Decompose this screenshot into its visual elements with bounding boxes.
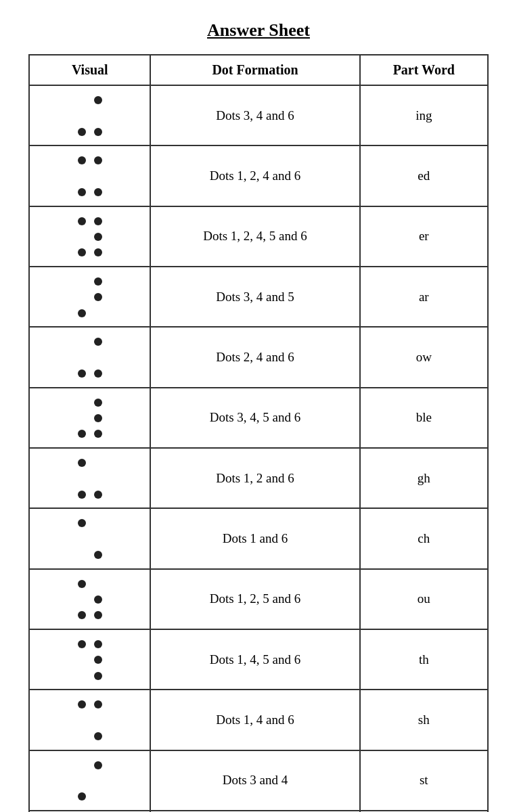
visual-cell [29,750,150,811]
part-word-cell: ou [360,569,488,629]
visual-cell [29,85,150,145]
page-title: Answer Sheet [207,20,310,41]
part-word-cell: ow [360,327,488,387]
visual-cell [29,327,150,387]
visual-cell [29,145,150,206]
part-word-cell: st [360,750,488,811]
visual-cell [29,448,150,508]
part-word-cell: gh [360,448,488,508]
visual-cell [29,629,150,690]
braille-visual [75,759,105,803]
dot-formation-cell: Dots 3, 4 and 6 [150,85,359,145]
dot-formation-cell: Dots 3, 4 and 5 [150,267,359,327]
dot-formation-cell: Dots 1, 2, 5 and 6 [150,569,359,629]
table-row: Dots 1, 4 and 6sh [29,690,488,750]
table-row: Dots 1, 2 and 6gh [29,448,488,508]
table-row: Dots 1, 2, 4 and 6ed [29,145,488,206]
dot-formation-cell: Dots 3, 4, 5 and 6 [150,388,359,448]
table-row: Dots 1, 2, 5 and 6ou [29,569,488,629]
table-row: Dots 3, 4 and 5ar [29,267,488,327]
braille-visual [75,154,105,199]
answer-table: Visual Dot Formation Part Word Dots 3, 4… [28,54,489,812]
dot-formation-cell: Dots 2, 4 and 6 [150,327,359,387]
braille-visual [75,637,105,682]
table-row: Dots 1, 4, 5 and 6th [29,629,488,690]
table-row: Dots 1 and 6ch [29,508,488,568]
part-word-cell: ch [360,508,488,568]
braille-visual [75,698,105,743]
visual-cell [29,206,150,267]
part-word-cell: ed [360,145,488,206]
dot-formation-cell: Dots 1, 4, 5 and 6 [150,629,359,690]
visual-cell [29,508,150,568]
visual-cell [29,388,150,448]
table-row: Dots 3 and 4st [29,750,488,811]
table-row: Dots 2, 4 and 6ow [29,327,488,387]
dot-formation-cell: Dots 3 and 4 [150,750,359,811]
header-visual: Visual [29,55,150,85]
braille-visual [75,275,105,319]
part-word-cell: ar [360,267,488,327]
dot-formation-cell: Dots 1, 2, 4, 5 and 6 [150,206,359,267]
dot-formation-cell: Dots 1 and 6 [150,508,359,568]
part-word-cell: sh [360,690,488,750]
dot-formation-cell: Dots 1, 4 and 6 [150,690,359,750]
header-part-word: Part Word [360,55,488,85]
braille-visual [75,456,105,501]
dot-formation-cell: Dots 1, 2, 4 and 6 [150,145,359,206]
header-dot-formation: Dot Formation [150,55,359,85]
braille-visual [75,517,105,562]
visual-cell [29,267,150,327]
braille-visual [75,93,105,138]
braille-visual [75,336,105,380]
part-word-cell: ing [360,85,488,145]
visual-cell [29,569,150,629]
braille-visual [75,215,105,259]
visual-cell [29,690,150,750]
table-row: Dots 1, 2, 4, 5 and 6er [29,206,488,267]
table-row: Dots 3, 4, 5 and 6ble [29,388,488,448]
braille-visual [75,577,105,622]
dot-formation-cell: Dots 1, 2 and 6 [150,448,359,508]
braille-visual [75,396,105,441]
table-row: Dots 3, 4 and 6ing [29,85,488,145]
part-word-cell: ble [360,388,488,448]
part-word-cell: er [360,206,488,267]
part-word-cell: th [360,629,488,690]
